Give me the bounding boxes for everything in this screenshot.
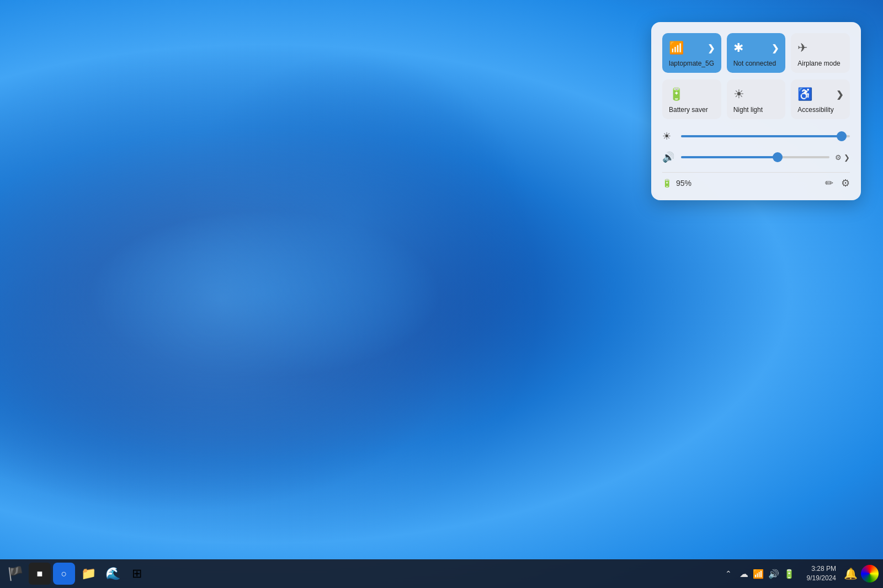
wifi-icon: 📶 (669, 41, 684, 55)
volume-row: 🔊 ⚙ ❯ (662, 151, 850, 163)
volume-track (681, 156, 829, 158)
taskbar-app-windows[interactable]: ⊞ (126, 563, 148, 585)
volume-fill (681, 156, 778, 158)
settings-icon[interactable]: ⚙ (841, 177, 850, 189)
brightness-row: ☀ (662, 130, 850, 142)
notification-bell-icon[interactable]: 🔔 (844, 567, 858, 580)
accessibility-icon: ♿ (797, 87, 812, 101)
accessibility-label: Accessibility (797, 106, 833, 114)
volume-settings-button[interactable]: ⚙ ❯ (835, 153, 850, 162)
bluetooth-tile[interactable]: ✱ ❯ Not connected (727, 33, 786, 73)
brightness-slider[interactable] (681, 131, 850, 142)
accessibility-tile[interactable]: ♿ ❯ Accessibility (791, 79, 850, 119)
taskbar-app-zoom[interactable]: ○ (53, 563, 75, 585)
volume-settings-icon: ⚙ (835, 153, 842, 162)
taskbar-app-edge[interactable]: 🌊 (102, 563, 124, 585)
tray-battery-icon[interactable]: 🔋 (784, 569, 795, 579)
taskbar-app-folder[interactable]: 📁 (77, 563, 99, 585)
airplane-icon: ✈ (797, 41, 807, 55)
night-light-icon: ☀ (733, 87, 744, 101)
volume-arrow-icon: ❯ (844, 153, 850, 162)
battery-saver-icon: 🔋 (669, 87, 684, 101)
brightness-fill (681, 135, 842, 137)
airplane-label: Airplane mode (797, 60, 840, 67)
taskbar-apps: 🏴 ■ ○ 📁 🌊 ⊞ (4, 563, 148, 585)
taskbar-time: 3:28 PM (811, 564, 836, 574)
brightness-section: ☀ 🔊 ⚙ ❯ (662, 130, 850, 163)
edit-icon[interactable]: ✏ (825, 177, 833, 189)
brightness-track (681, 135, 850, 137)
wifi-label: laptopmate_5G (669, 60, 714, 67)
taskbar-colorful-icon[interactable] (861, 565, 879, 582)
wifi-tile[interactable]: 📶 ❯ laptopmate_5G (662, 33, 721, 73)
brightness-icon: ☀ (662, 130, 675, 142)
tray-icons: ☁ 📶 🔊 🔋 (735, 566, 799, 581)
brightness-thumb[interactable] (837, 131, 847, 141)
volume-icon: 🔊 (662, 151, 675, 163)
volume-slider[interactable] (681, 152, 829, 163)
accessibility-chevron-icon: ❯ (836, 89, 843, 100)
desktop: 📶 ❯ laptopmate_5G ✱ ❯ Not connected ✈ Ai… (0, 0, 883, 588)
taskbar-app-square[interactable]: ■ (29, 563, 51, 585)
night-light-tile[interactable]: ☀ Night light (727, 79, 786, 119)
volume-thumb[interactable] (773, 152, 783, 162)
wifi-chevron-icon: ❯ (708, 43, 715, 54)
battery-percent-label: 95% (676, 179, 691, 188)
quick-settings-panel: 📶 ❯ laptopmate_5G ✱ ❯ Not connected ✈ Ai… (651, 22, 861, 200)
airplane-tile[interactable]: ✈ Airplane mode (791, 33, 850, 73)
tray-wifi-icon[interactable]: 📶 (753, 569, 764, 579)
taskbar-system-tray: ⌃ ☁ 📶 🔊 🔋 3:28 PM 9/19/2024 🔔 (725, 564, 879, 583)
taskbar-app-pirate[interactable]: 🏴 (4, 563, 26, 585)
battery-status-icon: 🔋 (662, 179, 672, 188)
night-light-label: Night light (733, 106, 763, 114)
taskbar-clock[interactable]: 3:28 PM 9/19/2024 (802, 564, 841, 583)
battery-saver-tile[interactable]: 🔋 Battery saver (662, 79, 721, 119)
bluetooth-chevron-icon: ❯ (772, 43, 779, 54)
battery-info: 🔋 95% (662, 179, 691, 188)
bluetooth-icon: ✱ (733, 41, 743, 55)
taskbar-date: 9/19/2024 (807, 574, 836, 583)
battery-saver-label: Battery saver (669, 106, 708, 114)
qs-row-1: 📶 ❯ laptopmate_5G ✱ ❯ Not connected ✈ Ai… (662, 33, 850, 73)
qs-bottom-icons: ✏ ⚙ (825, 177, 850, 189)
qs-row-2: 🔋 Battery saver ☀ Night light ♿ ❯ Access… (662, 79, 850, 119)
bluetooth-label: Not connected (733, 60, 776, 67)
qs-bottom-bar: 🔋 95% ✏ ⚙ (662, 172, 850, 189)
taskbar: 🏴 ■ ○ 📁 🌊 ⊞ ⌃ ☁ 📶 🔊 (0, 559, 883, 588)
tray-overflow-icon[interactable]: ⌃ (725, 569, 732, 578)
tray-volume-icon[interactable]: 🔊 (768, 569, 779, 579)
tray-cloud-icon[interactable]: ☁ (740, 569, 748, 579)
